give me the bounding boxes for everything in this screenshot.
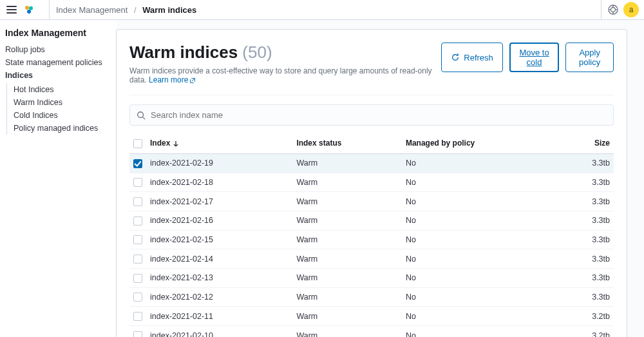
svg-point-0: [25, 6, 29, 10]
top-bar: Index Management / Warm indices a: [0, 0, 644, 20]
cell-index: index-2021-02-18: [146, 173, 292, 192]
cell-size: 3.3tb: [561, 211, 614, 230]
panel: Warm indices (50) Warm indices provide a…: [116, 29, 627, 337]
cell-status: Warm: [292, 153, 402, 173]
svg-point-1: [29, 6, 33, 10]
cell-managed: No: [402, 269, 561, 288]
user-avatar[interactable]: a: [623, 2, 639, 17]
cell-status: Warm: [292, 173, 402, 192]
row-checkbox[interactable]: [133, 159, 142, 168]
help-icon[interactable]: [608, 5, 618, 15]
select-all-checkbox[interactable]: [133, 139, 142, 148]
svg-point-9: [138, 111, 144, 117]
table-row[interactable]: index-2021-02-12WarmNo3.3tb: [129, 287, 614, 307]
sidebar-item-warm-indices[interactable]: Warm Indices: [14, 96, 116, 109]
refresh-button[interactable]: Refresh: [441, 43, 503, 72]
row-checkbox[interactable]: [133, 217, 142, 226]
cell-size: 3.3tb: [561, 230, 614, 249]
search-icon: [137, 111, 146, 120]
cell-managed: No: [402, 249, 561, 269]
cell-index: index-2021-02-12: [146, 287, 292, 307]
menu-toggle-icon[interactable]: [6, 5, 17, 15]
cell-size: 3.3tb: [561, 269, 614, 288]
table-row[interactable]: index-2021-02-16WarmNo3.3tb: [129, 211, 614, 230]
cell-status: Warm: [292, 307, 402, 326]
sort-desc-icon: [173, 140, 179, 147]
cell-index: index-2021-02-10: [146, 326, 292, 337]
cell-status: Warm: [292, 230, 402, 249]
action-buttons: Refresh Move to cold Apply policy: [441, 43, 614, 72]
cell-size: 3.3tb: [561, 192, 614, 211]
row-checkbox[interactable]: [133, 331, 142, 337]
breadcrumb: Index Management / Warm indices: [56, 5, 196, 15]
sidebar-item-indices[interactable]: Indices: [5, 69, 116, 82]
sidebar-title: Index Management: [5, 28, 116, 38]
cell-status: Warm: [292, 287, 402, 307]
search-bar[interactable]: [129, 104, 614, 126]
table-row[interactable]: index-2021-02-17WarmNo3.3tb: [129, 192, 614, 211]
row-checkbox[interactable]: [133, 312, 142, 321]
indices-table: Index Index status Managed by policy Siz…: [129, 133, 614, 337]
main-content: Warm indices (50) Warm indices provide a…: [116, 20, 644, 337]
table-row[interactable]: index-2021-02-18WarmNo3.3tb: [129, 173, 614, 192]
cell-status: Warm: [292, 192, 402, 211]
apply-policy-label: Apply policy: [575, 48, 604, 67]
page-title-count: (50): [242, 43, 272, 62]
table-row[interactable]: index-2021-02-10WarmNo3.2tb: [129, 326, 614, 337]
cell-index: index-2021-02-14: [146, 249, 292, 269]
row-checkbox[interactable]: [133, 274, 142, 283]
cell-index: index-2021-02-19: [146, 153, 292, 173]
cell-index: index-2021-02-11: [146, 307, 292, 326]
divider: [601, 0, 601, 20]
sidebar-item-cold-indices[interactable]: Cold Indices: [14, 109, 116, 122]
avatar-initial: a: [629, 5, 634, 14]
table-row[interactable]: index-2021-02-13WarmNo3.3tb: [129, 269, 614, 288]
table-row[interactable]: index-2021-02-14WarmNo3.3tb: [129, 249, 614, 269]
cell-size: 3.3tb: [561, 249, 614, 269]
table-row[interactable]: index-2021-02-11WarmNo3.2tb: [129, 307, 614, 326]
refresh-label: Refresh: [464, 53, 493, 63]
move-to-cold-label: Move to cold: [519, 48, 550, 67]
apply-policy-button[interactable]: Apply policy: [565, 43, 614, 72]
learn-more-link[interactable]: Learn more: [149, 75, 196, 84]
col-status[interactable]: Index status: [292, 133, 402, 153]
row-checkbox[interactable]: [133, 293, 142, 302]
page-description: Warm indices provide a cost-effective wa…: [129, 66, 441, 84]
app-logo-icon: [23, 4, 35, 15]
col-size[interactable]: Size: [561, 133, 614, 153]
cell-status: Warm: [292, 211, 402, 230]
cell-status: Warm: [292, 269, 402, 288]
col-managed[interactable]: Managed by policy: [402, 133, 561, 153]
breadcrumb-parent[interactable]: Index Management: [56, 5, 128, 15]
cell-size: 3.3tb: [561, 153, 614, 173]
cell-managed: No: [402, 153, 561, 173]
divider: [49, 0, 50, 20]
col-index[interactable]: Index: [146, 133, 292, 153]
cell-status: Warm: [292, 249, 402, 269]
cell-size: 3.2tb: [561, 307, 614, 326]
row-checkbox[interactable]: [133, 197, 142, 206]
row-checkbox[interactable]: [133, 255, 142, 264]
cell-managed: No: [402, 230, 561, 249]
row-checkbox[interactable]: [133, 178, 142, 187]
cell-index: index-2021-02-15: [146, 230, 292, 249]
page-title-text: Warm indices: [129, 43, 238, 62]
svg-line-10: [143, 117, 146, 119]
cell-size: 3.2tb: [561, 326, 614, 337]
sidebar: Index Management Rollup jobs State manag…: [0, 20, 116, 337]
table-row[interactable]: index-2021-02-15WarmNo3.3tb: [129, 230, 614, 249]
search-input[interactable]: [151, 110, 607, 120]
table-row[interactable]: index-2021-02-19WarmNo3.3tb: [129, 153, 614, 173]
cell-managed: No: [402, 173, 561, 192]
sidebar-item-rollup[interactable]: Rollup jobs: [5, 43, 116, 56]
move-to-cold-button[interactable]: Move to cold: [509, 43, 560, 72]
cell-index: index-2021-02-17: [146, 192, 292, 211]
external-link-icon: [189, 77, 196, 84]
sidebar-item-hot-indices[interactable]: Hot Indices: [14, 83, 116, 96]
cell-size: 3.3tb: [561, 173, 614, 192]
sidebar-item-policy-managed[interactable]: Policy managed indices: [14, 122, 116, 135]
cell-managed: No: [402, 211, 561, 230]
breadcrumb-separator: /: [134, 5, 137, 15]
row-checkbox[interactable]: [133, 235, 142, 244]
sidebar-item-state-policies[interactable]: State management policies: [5, 56, 116, 69]
